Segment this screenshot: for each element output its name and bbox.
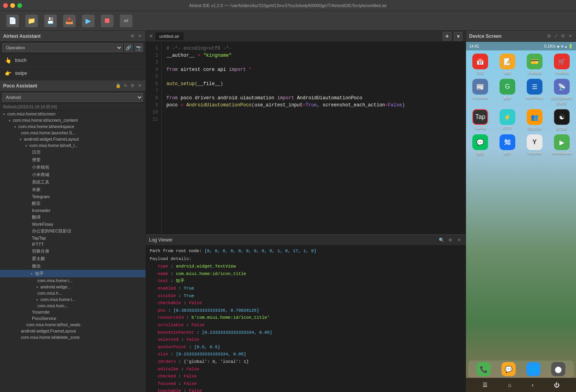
- tree-item[interactable]: WorkFlowy: [0, 221, 145, 227]
- window-title: Airtest IDE v1.2.0 ~~ /var/folders/ky/31…: [189, 3, 387, 8]
- tree-item[interactable]: ▾ android.widget.FrameLayout: [0, 136, 145, 142]
- app-nec[interactable]: 📡 办公室的NEC投影仪: [550, 79, 574, 106]
- tree-item[interactable]: 日历: [0, 149, 145, 156]
- stop-button[interactable]: ⏹: [101, 15, 114, 27]
- device-close-button[interactable]: ✕: [567, 33, 573, 39]
- app-zhihu[interactable]: 知 知乎: [496, 134, 520, 156]
- tree-item[interactable]: ▾ com.miui.home:id/workspace: [0, 123, 145, 130]
- app-wallet[interactable]: 💳 小米钱包: [523, 54, 547, 76]
- screenshot-button[interactable]: 📷: [134, 43, 143, 52]
- minimize-button[interactable]: [10, 3, 15, 8]
- tree-item[interactable]: 米家: [0, 186, 145, 193]
- dock-browser[interactable]: 🌐: [526, 362, 541, 376]
- poco-lock-button[interactable]: 🔒: [116, 83, 121, 89]
- nav-power-button[interactable]: ⏻: [554, 382, 559, 388]
- close-button[interactable]: [3, 3, 8, 8]
- tree-item[interactable]: ▾ com.miui.home:i...: [0, 296, 145, 303]
- poco-settings-button[interactable]: ⚙: [130, 83, 135, 89]
- tree-item[interactable]: 系统工具: [0, 178, 145, 186]
- app-notes[interactable]: 📝 便签: [496, 54, 520, 76]
- tree-item[interactable]: com.miui.home:id/hot_seats: [0, 321, 145, 328]
- connect-device-button[interactable]: 🔗: [124, 43, 133, 52]
- app-wechat[interactable]: 💬 微信: [468, 134, 492, 156]
- open-file-button[interactable]: 📁: [25, 15, 38, 27]
- tree-item[interactable]: ▾ android.widge...: [0, 284, 145, 290]
- dock-phone[interactable]: 📞: [477, 362, 491, 376]
- tree-item[interactable]: com.miui.home.launcher.S...: [0, 130, 145, 136]
- tree-item[interactable]: Inoreader: [0, 207, 145, 214]
- tree-item[interactable]: 办公室的NEC投影仪: [0, 227, 145, 235]
- nav-back-button[interactable]: ‹: [532, 382, 534, 388]
- tree-item[interactable]: ▾ com.miui.home:id/screen: [0, 111, 145, 117]
- airtest-button[interactable]: AT: [120, 15, 132, 27]
- airtest-settings-button[interactable]: ⚙: [130, 33, 135, 39]
- tree-item[interactable]: ▾ com.miui.home:id/screen_content: [0, 117, 145, 123]
- swipe-item[interactable]: 👉 swipe: [0, 67, 145, 80]
- device-settings-button[interactable]: ⚙: [560, 33, 566, 39]
- statusbar-time: 14:41: [469, 44, 479, 48]
- device-expand-button[interactable]: ⤢: [553, 33, 559, 39]
- tree-item[interactable]: android.widget.FrameLayout: [0, 328, 145, 334]
- tree-item[interactable]: com.miui.home:i...: [0, 277, 145, 284]
- operation-select[interactable]: Operation: [2, 43, 123, 52]
- tree-item[interactable]: IFTTT: [0, 241, 145, 247]
- app-workflowy[interactable]: ☰ WorkFlowy: [523, 79, 547, 106]
- tree-item[interactable]: PocoService: [0, 315, 145, 321]
- app-translate[interactable]: G 翻译: [496, 79, 520, 106]
- dock-message[interactable]: 💬: [501, 362, 516, 376]
- log-payload-label: Payload details:: [150, 256, 462, 263]
- tree-item[interactable]: ▾ 知乎: [0, 270, 145, 277]
- app-calendar[interactable]: 📅 日历: [468, 54, 492, 76]
- poco-refresh-button[interactable]: ↻: [123, 83, 128, 89]
- tree-item[interactable]: 翻译: [0, 214, 145, 221]
- tree-item[interactable]: 微信: [0, 262, 145, 270]
- maximize-button[interactable]: [17, 3, 22, 8]
- log-close-button[interactable]: ✕: [455, 236, 462, 243]
- run-button[interactable]: ▶: [82, 15, 95, 27]
- app-reader[interactable]: 📰 Inoreader: [468, 79, 492, 106]
- tree-item[interactable]: com.miui.h...: [0, 290, 145, 296]
- editor-tab-untitled[interactable]: untitled.air: [155, 32, 184, 40]
- app-ifttt[interactable]: ⚡ IFTTT: [496, 109, 520, 131]
- tree-item[interactable]: ▾ com.miui.home:id/cell_l...: [0, 142, 145, 149]
- app-aijiji[interactable]: ☯ 爱太极: [550, 109, 574, 131]
- editor-close-icon[interactable]: ✕: [149, 33, 153, 39]
- device-grid-button[interactable]: ⊞: [546, 33, 552, 39]
- nav-home-button[interactable]: ⌂: [508, 382, 511, 388]
- tree-item[interactable]: 小米商城: [0, 171, 145, 178]
- tree-item[interactable]: 小米钱包: [0, 163, 145, 171]
- app-yosemite[interactable]: Y Yosemite: [523, 134, 547, 156]
- nav-menu-button[interactable]: ☰: [483, 382, 488, 388]
- new-file-button[interactable]: 📄: [6, 15, 19, 27]
- dock-camera[interactable]: ⬤: [551, 362, 565, 376]
- save-file-button[interactable]: 💾: [44, 15, 57, 27]
- tree-item[interactable]: 便签: [0, 156, 145, 163]
- tree-item[interactable]: 切换分身: [0, 247, 145, 255]
- log-settings-button[interactable]: ⚙: [447, 236, 454, 243]
- app-taptap[interactable]: Tap TapTap: [468, 109, 492, 131]
- touch-item[interactable]: 👆 touch: [0, 54, 145, 67]
- airtest-close-button[interactable]: ✕: [137, 33, 142, 39]
- app-split[interactable]: 👥 切换分身: [523, 109, 547, 131]
- tree-item[interactable]: com.miui.home:id/delete_zone: [0, 334, 145, 340]
- tree-item[interactable]: 酷安: [0, 200, 145, 207]
- poco-close-button[interactable]: ✕: [137, 83, 142, 89]
- poco-platform-select[interactable]: Android: [2, 93, 143, 102]
- app-zhihu-label: 知乎: [504, 151, 511, 156]
- tree-item[interactable]: TapTap: [0, 235, 145, 241]
- export-button[interactable]: 📤: [63, 15, 76, 27]
- app-poco[interactable]: ▶ PocoService: [550, 134, 574, 156]
- tree-item[interactable]: com.miui.hom...: [0, 303, 145, 309]
- poco-tree[interactable]: ▾ com.miui.home:id/screen▾ com.miui.home…: [0, 111, 145, 392]
- app-store[interactable]: 🛒 小米商城: [550, 54, 574, 76]
- tree-item[interactable]: 爱太极: [0, 255, 145, 262]
- add-tab-button[interactable]: +: [443, 32, 451, 41]
- app-wechat-icon: 💬: [472, 134, 488, 150]
- tab-menu-button[interactable]: ▾: [454, 32, 462, 41]
- airtest-header-buttons: ⚙ ✕: [130, 33, 142, 39]
- tree-item[interactable]: Telegram: [0, 193, 145, 200]
- log-filter-button[interactable]: 🔍: [438, 236, 445, 243]
- code-editor[interactable]: # -*- encoding=utf8 -*- __author__ = "ki…: [162, 42, 466, 234]
- dock-phone-icon: 📞: [477, 362, 491, 376]
- tree-item[interactable]: Yosemite: [0, 309, 145, 315]
